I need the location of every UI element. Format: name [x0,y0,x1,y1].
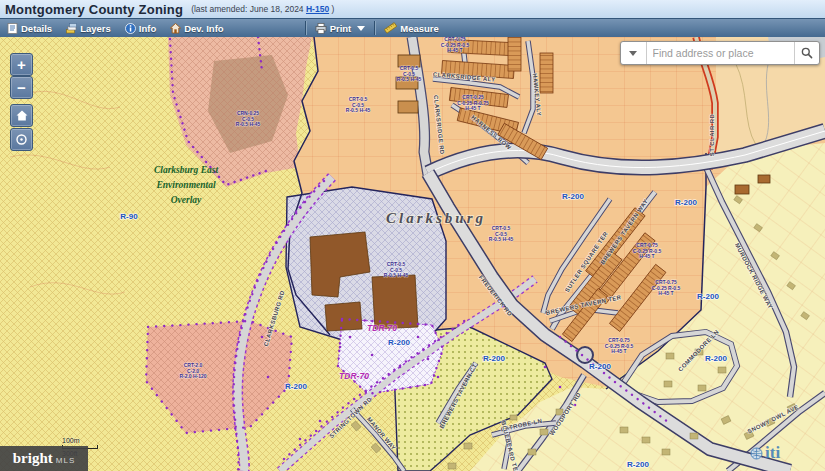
app-header: Montgomery County Zoning (last amended: … [0,0,825,19]
amended-suffix: ) [332,4,335,14]
zone-label-r200: R-200 [562,192,584,201]
svg-text:Clarksburg East: Clarksburg East [154,165,219,175]
locate-icon [15,133,28,146]
zone-label-r90: R-90 [120,212,138,221]
details-button[interactable]: Details [0,19,59,37]
street-label: ST CLAIR RD [709,114,715,157]
search-widget [620,41,820,65]
zone-label-r200: R-200 [285,382,307,391]
chevron-down-icon [629,51,637,56]
zone-label-r200: R-200 [705,354,727,363]
print-icon [315,23,327,34]
zoom-in-button[interactable]: + [10,53,33,76]
zone-label-r200: R-200 [483,354,505,363]
roundabout [577,347,593,363]
home-icon [16,110,28,121]
search-button[interactable] [794,42,820,64]
toolbar: Details Layers Info Dev. Info Print Meas… [0,18,825,37]
details-icon [7,23,18,34]
locate-button[interactable] [10,128,33,151]
zone-label-r200: R-200 [697,292,719,301]
dev-info-button[interactable]: Dev. Info [163,19,230,37]
amended-prefix: (last amended: June 18, 2024 [191,4,303,14]
zone-label-r200: R-200 [675,198,697,207]
zone-label-tdr70: TDR-70 [339,371,369,381]
layers-icon [66,23,77,34]
city-label: Clarksburg [386,210,486,226]
info-button[interactable]: Info [118,19,163,37]
search-source-dropdown[interactable] [621,42,647,64]
search-input[interactable] [647,42,794,64]
house-icon [170,23,181,34]
esri-logo: iti [750,443,780,463]
amended-note: (last amended: June 18, 2024 H-150 ) [191,4,334,14]
home-button[interactable] [10,104,33,127]
print-button[interactable]: Print [308,19,373,37]
measure-button[interactable]: Measure [377,19,446,37]
zone-label-r200: R-200 [627,460,649,469]
globe-icon [750,447,763,460]
info-icon [125,23,136,34]
toolbar-separator [374,21,375,35]
amended-link[interactable]: H-150 [306,4,329,14]
svg-text:Environmental: Environmental [155,180,215,190]
zone-label-r200: R-200 [589,362,611,371]
zoom-out-button[interactable]: − [10,76,33,99]
zone-label-r200: R-200 [388,338,410,347]
scale-metric: 100m [62,437,98,444]
print-dropdown-caret[interactable] [357,26,365,31]
measure-icon [384,22,397,34]
svg-text:Overlay: Overlay [171,195,202,205]
toolbar-separator [305,21,306,35]
bright-mls-logo: bright MLS [0,446,88,471]
layers-button[interactable]: Layers [59,19,118,37]
page-title: Montgomery County Zoning [5,2,183,17]
search-icon [801,47,813,59]
map-canvas[interactable]: Clarksburg Clarksburg East Environmental… [0,37,825,471]
zone-label-tdr70: TDR-70 [367,323,397,333]
